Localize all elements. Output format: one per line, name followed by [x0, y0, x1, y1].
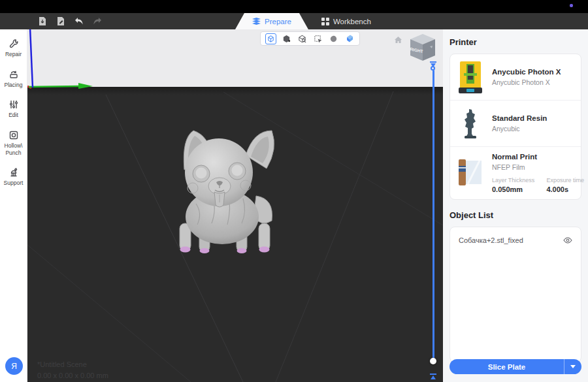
viewport-toolbar: [260, 31, 360, 46]
resin-thumbnail: [457, 106, 484, 140]
object-list-card: Собачка+2.stl_fixed: [449, 227, 581, 362]
sidebar-item-repair[interactable]: Repair: [0, 39, 27, 58]
sidebar-item-edit[interactable]: Edit: [0, 99, 27, 119]
sidebar-item-placing[interactable]: Placing: [0, 69, 27, 89]
resin-name: Standard Resin: [492, 114, 574, 122]
view-cube-tool[interactable]: [265, 33, 276, 44]
film-thumbnail: [457, 153, 484, 192]
layer-thickness-value: 0.050mm: [492, 185, 534, 193]
y-axis: [29, 86, 80, 87]
slider-to-top-icon[interactable]: [429, 372, 437, 382]
home-view-icon[interactable]: [394, 35, 402, 46]
workbench-grid-icon: [321, 18, 329, 25]
scene-name: *Untitled Scene: [37, 359, 108, 370]
wrench-icon: [8, 39, 19, 49]
sidebar-item-label: Placing: [5, 82, 23, 89]
tab-prepare[interactable]: Prepare: [235, 13, 308, 29]
user-avatar[interactable]: Я: [5, 357, 23, 375]
z-axis: [30, 29, 33, 88]
flip-box-icon: [8, 69, 19, 80]
print-params: Layer Thickness 0.050mm Exposure time 4.…: [492, 177, 584, 193]
status-dot: [570, 4, 573, 7]
model-dog-figurine[interactable]: [163, 125, 294, 257]
object-list-item[interactable]: Собачка+2.stl_fixed: [450, 227, 581, 253]
object-list-title: Object List: [449, 210, 581, 220]
tab-workbench[interactable]: Workbench: [308, 13, 384, 29]
tab-prepare-label: Prepare: [265, 18, 291, 25]
inspect-cube-tool[interactable]: [297, 33, 308, 44]
print-mode-name: Normal Print: [492, 153, 584, 161]
printer-section-title: Printer: [449, 37, 581, 47]
slice-dropdown-button[interactable]: [564, 359, 581, 374]
right-panel: Printer Anycubic Photon X Anycubic Photo…: [443, 29, 588, 382]
tab-workbench-label: Workbench: [333, 18, 371, 25]
exposure-time-label: Exposure time: [546, 177, 584, 183]
paw-tips: [180, 247, 270, 254]
sidebar-item-support[interactable]: Support: [0, 167, 27, 187]
visibility-eye-icon[interactable]: [563, 234, 572, 246]
file-toolbar: [36, 13, 104, 29]
slice-cube-tool[interactable]: [344, 33, 355, 44]
redo-icon[interactable]: [91, 15, 104, 28]
region-select-tool[interactable]: [312, 33, 323, 44]
printer-subtitle: Anycubic Photon X: [492, 78, 574, 86]
titlebar: [0, 0, 588, 13]
scene-size: 0.00 x 0.00 x 0.00 mm: [37, 370, 108, 381]
left-sidebar: Repair Placing Edit Hollow\Punch Support…: [0, 29, 27, 382]
layer-slider-track[interactable]: [433, 70, 434, 360]
printer-card: Anycubic Photon X Anycubic Photon X Stan…: [449, 54, 581, 200]
undo-icon[interactable]: [73, 15, 86, 28]
print-settings-row[interactable]: Normal Print NFEP Film Layer Thickness 0…: [450, 146, 581, 199]
menubar: Prepare Workbench: [0, 13, 588, 29]
sidebar-item-hollow-punch[interactable]: Hollow\Punch: [0, 130, 27, 156]
film-type: NFEP Film: [492, 163, 584, 171]
layer-slider-handle[interactable]: [430, 358, 436, 364]
save-file-icon[interactable]: [54, 15, 67, 28]
tab-bar: Prepare Workbench: [235, 13, 384, 29]
scene-info: *Untitled Scene 0.00 x 0.00 x 0.00 mm: [37, 359, 108, 381]
viewport-3d[interactable]: RIGHT *Untitled Scene 0.00 x 0.00 x 0.00…: [27, 29, 443, 382]
sliders-icon: [8, 99, 19, 110]
solid-cube-tool[interactable]: [281, 33, 292, 44]
object-name: Собачка+2.stl_fixed: [459, 236, 523, 244]
printer-name: Anycubic Photon X: [492, 68, 574, 76]
printer-thumbnail: [457, 60, 484, 94]
sphere-tool[interactable]: [328, 33, 339, 44]
support-icon: [8, 167, 19, 178]
resin-row[interactable]: Standard Resin Anycubic: [450, 100, 581, 146]
slicer-app: Prepare Workbench Repair Placing Edit: [0, 0, 588, 382]
slice-plate-button[interactable]: Slice Plate: [449, 359, 564, 374]
printer-machine-row[interactable]: Anycubic Photon X Anycubic Photon X: [450, 54, 581, 100]
prepare-layers-icon: [252, 18, 261, 25]
layer-thickness-label: Layer Thickness: [492, 177, 534, 183]
sidebar-item-label: Edit: [8, 112, 18, 119]
sidebar-item-label: Support: [4, 180, 24, 187]
chevron-down-icon: [570, 365, 576, 368]
sidebar-item-label: Hollow\Punch: [5, 142, 23, 156]
import-file-icon[interactable]: [36, 15, 49, 28]
hollow-square-icon: [8, 130, 19, 140]
exposure-time-value: 4.000s: [546, 185, 584, 193]
sidebar-item-label: Repair: [5, 51, 22, 58]
resin-subtitle: Anycubic: [492, 125, 574, 133]
slice-button-group: Slice Plate: [449, 359, 581, 374]
